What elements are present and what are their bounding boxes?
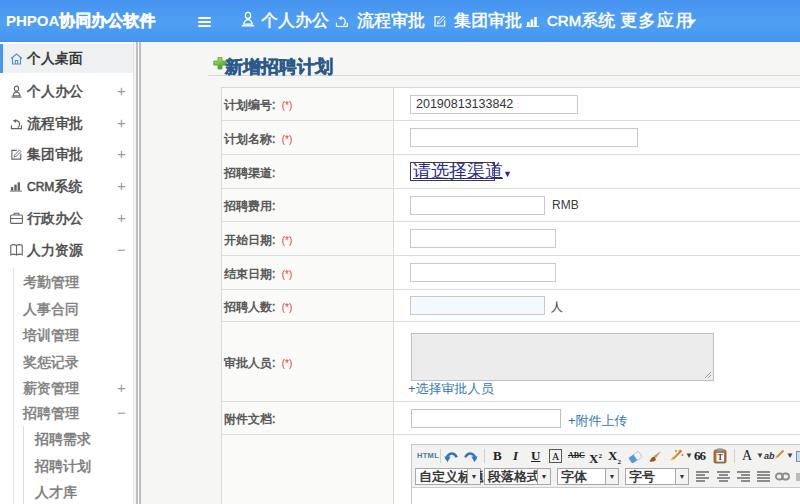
svg-text:T: T (718, 453, 724, 462)
